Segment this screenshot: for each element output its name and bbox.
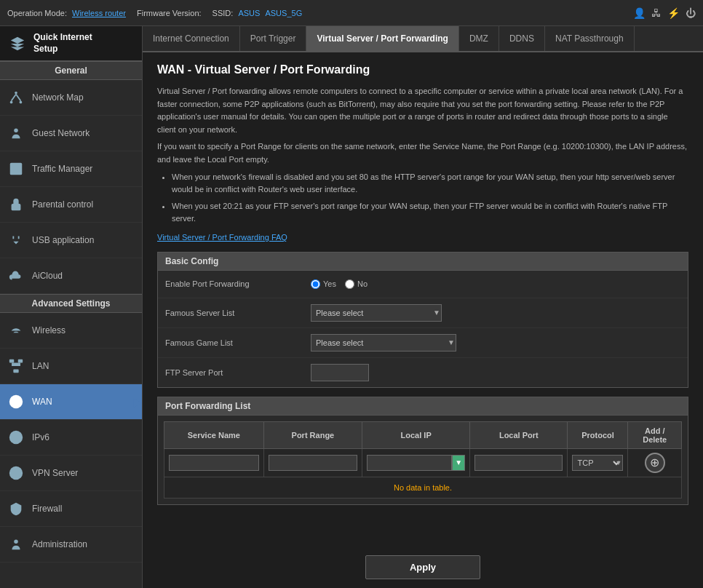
enable-port-forwarding-label: Enable Port Forwarding	[165, 279, 311, 288]
enable-port-forwarding-radios: Yes No	[311, 279, 368, 289]
ssid1[interactable]: ASUS	[238, 9, 260, 17]
add-row-button[interactable]: ⊕	[645, 453, 665, 473]
svg-point-0	[15, 92, 17, 95]
logo-icon	[7, 33, 28, 54]
guest-network-icon	[6, 123, 26, 143]
svg-point-14	[14, 540, 18, 544]
sidebar-item-traffic-manager[interactable]: Traffic Manager	[0, 151, 142, 187]
sidebar-item-network-map[interactable]: Network Map	[0, 80, 142, 116]
sidebar-item-administration[interactable]: Administration	[0, 527, 142, 563]
sidebar-item-guest-network[interactable]: Guest Network	[0, 116, 142, 151]
tab-port-trigger[interactable]: Port Trigger	[240, 26, 307, 51]
ssid2[interactable]: ASUS_5G	[265, 9, 302, 17]
local-ip-input[interactable]	[367, 455, 452, 471]
usb-icon[interactable]: ⚡	[667, 7, 680, 19]
apply-button[interactable]: Apply	[365, 555, 480, 579]
svg-rect-8	[9, 359, 14, 363]
description-para2: If you want to specify a Port Range for …	[157, 140, 688, 166]
svg-point-12	[9, 431, 23, 444]
famous-server-row: Famous Server List Please select ▼	[158, 298, 688, 328]
protocol-select[interactable]: TCP UDP BOTH	[572, 455, 623, 471]
operation-mode-value[interactable]: Wireless router	[72, 9, 126, 17]
network-map-icon	[6, 87, 26, 108]
sidebar-item-vpn-server[interactable]: VPN Server	[0, 456, 142, 491]
local-ip-arrow-icon[interactable]: ▼	[452, 455, 465, 471]
famous-game-select[interactable]: Please select	[311, 334, 456, 351]
svg-point-5	[14, 129, 18, 133]
sidebar-item-label: Administration	[32, 539, 87, 549]
quick-setup-logo[interactable]: Quick Internet Setup	[0, 26, 142, 61]
svg-rect-6	[10, 163, 23, 175]
famous-server-label: Famous Server List	[165, 309, 311, 317]
network-icon[interactable]: 🖧	[651, 7, 662, 19]
description-block: Virtual Server / Port forwarding allows …	[157, 85, 688, 226]
page-title: WAN - Virtual Server / Port Forwarding	[157, 63, 688, 76]
advanced-section-header: Advanced Settings	[0, 294, 142, 313]
firewall-icon	[6, 498, 26, 519]
sidebar-item-firewall[interactable]: Firewall	[0, 491, 142, 527]
svg-point-2	[20, 101, 23, 104]
sidebar-item-label: LAN	[32, 361, 49, 371]
famous-game-dropdown-wrap: Please select ▼	[311, 334, 456, 351]
col-local-ip: Local IP	[362, 421, 470, 448]
sidebar-item-lan[interactable]: LAN	[0, 349, 142, 384]
port-range-input[interactable]	[269, 455, 357, 471]
radio-yes-label[interactable]: Yes	[311, 279, 336, 289]
ftp-server-port-input[interactable]: 2021	[311, 364, 369, 381]
tab-internet-connection[interactable]: Internet Connection	[143, 26, 240, 51]
basic-config-section: Basic Config Enable Port Forwarding Yes …	[157, 252, 688, 388]
radio-yes[interactable]	[311, 279, 320, 289]
aicloud-icon	[6, 266, 26, 286]
col-protocol: Protocol	[568, 421, 628, 448]
sidebar-item-label: Wireless	[32, 325, 65, 335]
col-local-port: Local Port	[470, 421, 568, 448]
port-forwarding-table: Service Name Port Range Local IP Local P…	[164, 421, 682, 498]
user-icon[interactable]: 👤	[633, 7, 646, 19]
tab-dmz[interactable]: DMZ	[459, 26, 499, 51]
vpn-icon	[6, 463, 26, 483]
sidebar-item-ipv6[interactable]: IPv6	[0, 420, 142, 456]
radio-no-label[interactable]: No	[345, 279, 368, 289]
radio-no-text: No	[357, 279, 368, 288]
sidebar-item-wireless[interactable]: Wireless	[0, 313, 142, 349]
power-icon[interactable]: ⏻	[686, 7, 696, 19]
ipv6-icon	[6, 427, 26, 448]
usb-application-icon	[6, 230, 26, 250]
col-service-name: Service Name	[164, 421, 264, 448]
sidebar-item-label: Network Map	[32, 92, 84, 103]
ssid-info: SSID: ASUS ASUS_5G	[213, 9, 303, 17]
radio-no[interactable]	[345, 279, 354, 289]
famous-server-select[interactable]: Please select	[311, 304, 442, 322]
sidebar: Quick Internet Setup General Network Map…	[0, 26, 143, 588]
famous-game-label: Famous Game List	[165, 338, 311, 347]
local-port-input[interactable]	[474, 455, 563, 471]
tab-virtual-server[interactable]: Virtual Server / Port Forwarding	[306, 26, 459, 51]
port-forwarding-section: Port Forwarding List Service Name Port R…	[157, 397, 688, 505]
service-name-input[interactable]	[169, 455, 259, 471]
faq-link[interactable]: Virtual Server / Port Forwarding FAQ	[157, 233, 688, 242]
general-section-header: General	[0, 61, 142, 80]
svg-point-1	[10, 101, 13, 104]
no-data-row: No data in table.	[164, 477, 682, 498]
svg-point-13	[9, 466, 23, 480]
svg-line-4	[16, 95, 20, 101]
traffic-manager-icon	[6, 159, 26, 179]
sidebar-item-label: VPN Server	[32, 468, 78, 478]
sidebar-item-label: WAN	[32, 397, 52, 407]
svg-rect-9	[18, 359, 23, 363]
page-content: WAN - Virtual Server / Port Forwarding V…	[143, 52, 703, 547]
firmware-label: Firmware Version:	[137, 9, 202, 17]
sidebar-item-parental-control[interactable]: Parental control	[0, 187, 142, 223]
basic-config-header: Basic Config	[158, 253, 688, 271]
logo-text: Quick Internet Setup	[33, 32, 92, 55]
lan-icon	[6, 356, 26, 376]
sidebar-item-wan[interactable]: WAN	[0, 384, 142, 420]
sidebar-item-aicloud[interactable]: AiCloud	[0, 258, 142, 294]
description-para1: Virtual Server / Port forwarding allows …	[157, 85, 688, 136]
operation-mode: Operation Mode: Wireless router	[7, 9, 126, 17]
tab-nat-passthrough[interactable]: NAT Passthrough	[545, 26, 635, 51]
parental-control-icon	[6, 194, 26, 215]
tab-ddns[interactable]: DDNS	[499, 26, 545, 51]
apply-bar: Apply	[143, 547, 703, 588]
sidebar-item-usb-application[interactable]: USB application	[0, 223, 142, 258]
